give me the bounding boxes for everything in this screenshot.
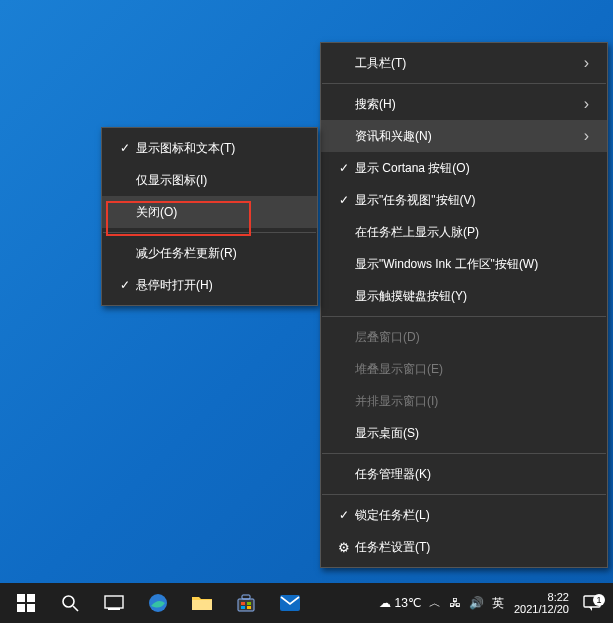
label: 显示"任务视图"按钮(V) xyxy=(355,192,589,209)
network-icon: 🖧 xyxy=(449,596,461,610)
svg-rect-2 xyxy=(17,604,25,612)
menu-separator xyxy=(322,83,606,84)
label: 任务栏设置(T) xyxy=(355,539,589,556)
check-icon xyxy=(114,141,136,155)
search-icon xyxy=(61,594,79,612)
gear-icon xyxy=(333,540,355,555)
ime-label: 英 xyxy=(492,595,504,612)
ime-indicator[interactable]: 英 xyxy=(488,583,508,623)
label: 任务管理器(K) xyxy=(355,466,589,483)
svg-rect-0 xyxy=(17,594,25,602)
label: 堆叠显示窗口(E) xyxy=(355,361,589,378)
notification-badge: 1 xyxy=(593,594,605,606)
task-view-button[interactable] xyxy=(92,583,136,623)
label: 悬停时打开(H) xyxy=(136,277,299,294)
menu-item-sidebyside: 并排显示窗口(I) xyxy=(321,385,607,417)
menu-item-task-manager[interactable]: 任务管理器(K) xyxy=(321,458,607,490)
svg-rect-14 xyxy=(241,606,245,609)
weather-widget[interactable]: ☁ 13℃ xyxy=(375,583,425,623)
menu-item-stacked: 堆叠显示窗口(E) xyxy=(321,353,607,385)
menu-item-show-people[interactable]: 在任务栏上显示人脉(P) xyxy=(321,216,607,248)
store-icon xyxy=(236,593,256,613)
menu-separator xyxy=(322,453,606,454)
check-icon xyxy=(114,278,136,292)
menu-item-news-interests[interactable]: 资讯和兴趣(N) xyxy=(321,120,607,152)
search-button[interactable] xyxy=(48,583,92,623)
menu-item-show-taskview[interactable]: 显示"任务视图"按钮(V) xyxy=(321,184,607,216)
menu-item-show-cortana[interactable]: 显示 Cortana 按钮(O) xyxy=(321,152,607,184)
mail-button[interactable] xyxy=(268,583,312,623)
tray-volume-button[interactable]: 🔊 xyxy=(465,583,488,623)
taskbar: ☁ 13℃ ︿ 🖧 🔊 英 8:22 2021/12/20 1 xyxy=(0,583,613,623)
tray-network-button[interactable]: 🖧 xyxy=(445,583,465,623)
label: 锁定任务栏(L) xyxy=(355,507,589,524)
menu-item-show-desktop[interactable]: 显示桌面(S) xyxy=(321,417,607,449)
submenu-item-icon-and-text[interactable]: 显示图标和文本(T) xyxy=(102,132,317,164)
label: 搜索(H) xyxy=(355,96,579,113)
label: 关闭(O) xyxy=(136,204,299,221)
svg-rect-13 xyxy=(247,602,251,605)
menu-item-cascade: 层叠窗口(D) xyxy=(321,321,607,353)
submenu-item-off[interactable]: 关闭(O) xyxy=(102,196,317,228)
label: 显示"Windows Ink 工作区"按钮(W) xyxy=(355,256,589,273)
submenu-item-icon-only[interactable]: 仅显示图标(I) xyxy=(102,164,317,196)
edge-button[interactable] xyxy=(136,583,180,623)
label: 显示 Cortana 按钮(O) xyxy=(355,160,589,177)
menu-separator xyxy=(103,232,316,233)
task-view-icon xyxy=(104,595,124,611)
chevron-right-icon xyxy=(579,54,589,72)
label: 并排显示窗口(I) xyxy=(355,393,589,410)
label: 在任务栏上显示人脉(P) xyxy=(355,224,589,241)
chevron-right-icon xyxy=(579,95,589,113)
menu-item-show-ink[interactable]: 显示"Windows Ink 工作区"按钮(W) xyxy=(321,248,607,280)
menu-item-search[interactable]: 搜索(H) xyxy=(321,88,607,120)
menu-item-lock-taskbar[interactable]: 锁定任务栏(L) xyxy=(321,499,607,531)
svg-rect-7 xyxy=(108,608,120,610)
mail-icon xyxy=(279,594,301,612)
news-interests-submenu: 显示图标和文本(T) 仅显示图标(I) 关闭(O) 减少任务栏更新(R) 悬停时… xyxy=(101,127,318,306)
submenu-item-reduce-updates[interactable]: 减少任务栏更新(R) xyxy=(102,237,317,269)
check-icon xyxy=(333,193,355,207)
svg-rect-6 xyxy=(105,596,123,608)
folder-icon xyxy=(191,594,213,612)
svg-rect-12 xyxy=(241,602,245,605)
label: 显示桌面(S) xyxy=(355,425,589,442)
action-center-button[interactable]: 1 xyxy=(575,594,609,612)
start-button[interactable] xyxy=(4,583,48,623)
taskbar-clock[interactable]: 8:22 2021/12/20 xyxy=(508,591,575,615)
svg-rect-1 xyxy=(27,594,35,602)
weather-temp: 13℃ xyxy=(395,596,421,610)
weather-cloud-icon: ☁ xyxy=(379,596,391,610)
menu-separator xyxy=(322,316,606,317)
menu-item-toolbars[interactable]: 工具栏(T) xyxy=(321,47,607,79)
taskbar-context-menu: 工具栏(T) 搜索(H) 资讯和兴趣(N) 显示 Cortana 按钮(O) 显… xyxy=(320,42,608,568)
label: 减少任务栏更新(R) xyxy=(136,245,299,262)
menu-item-taskbar-settings[interactable]: 任务栏设置(T) xyxy=(321,531,607,563)
svg-rect-11 xyxy=(242,595,250,599)
submenu-item-open-on-hover[interactable]: 悬停时打开(H) xyxy=(102,269,317,301)
tray-overflow-button[interactable]: ︿ xyxy=(425,583,445,623)
svg-line-5 xyxy=(73,606,78,611)
label: 层叠窗口(D) xyxy=(355,329,589,346)
label: 工具栏(T) xyxy=(355,55,579,72)
check-icon xyxy=(333,508,355,522)
svg-rect-15 xyxy=(247,606,251,609)
label: 仅显示图标(I) xyxy=(136,172,299,189)
label: 显示图标和文本(T) xyxy=(136,140,299,157)
label: 显示触摸键盘按钮(Y) xyxy=(355,288,589,305)
chevron-right-icon xyxy=(579,127,589,145)
svg-rect-9 xyxy=(192,600,212,610)
microsoft-store-button[interactable] xyxy=(224,583,268,623)
edge-icon xyxy=(147,592,169,614)
svg-rect-3 xyxy=(27,604,35,612)
windows-logo-icon xyxy=(17,594,35,612)
chevron-up-icon: ︿ xyxy=(429,595,441,612)
svg-rect-10 xyxy=(238,599,254,611)
label: 资讯和兴趣(N) xyxy=(355,128,579,145)
menu-item-show-touch-keyboard[interactable]: 显示触摸键盘按钮(Y) xyxy=(321,280,607,312)
svg-point-4 xyxy=(63,596,74,607)
check-icon xyxy=(333,161,355,175)
file-explorer-button[interactable] xyxy=(180,583,224,623)
speaker-icon: 🔊 xyxy=(469,596,484,610)
clock-time: 8:22 xyxy=(514,591,569,603)
